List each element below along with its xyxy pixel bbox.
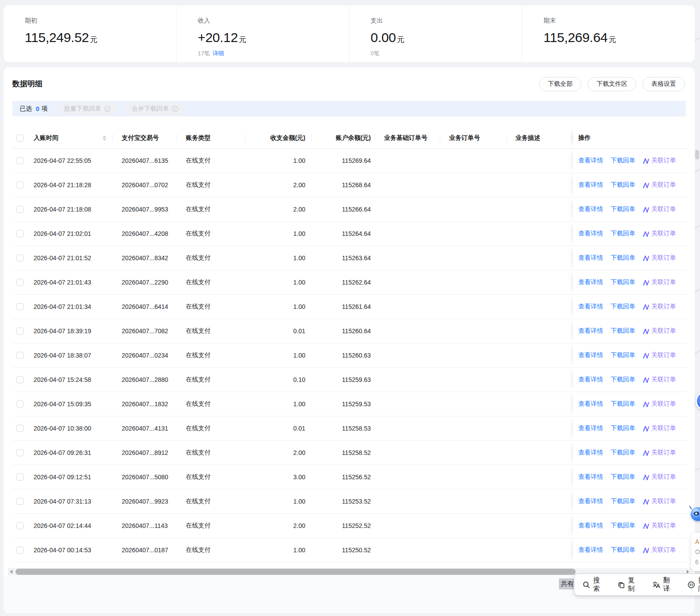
view-details-link[interactable]: 查看详情 bbox=[578, 327, 603, 335]
table-row: 2026-04-07 21:18:08 20260407...9953 在线支付… bbox=[12, 197, 688, 222]
related-order-link[interactable]: 关联订单 bbox=[643, 449, 676, 457]
view-details-link[interactable]: 查看详情 bbox=[578, 376, 603, 384]
related-order-link[interactable]: 关联订单 bbox=[643, 157, 676, 165]
popup-translate-button[interactable]: 翻译 bbox=[647, 576, 682, 593]
row-checkbox[interactable] bbox=[16, 547, 23, 554]
row-checkbox[interactable] bbox=[16, 376, 23, 383]
download-receipt-link[interactable]: 下载回单 bbox=[611, 473, 635, 481]
row-checkbox[interactable] bbox=[16, 279, 23, 286]
download-receipt-link[interactable]: 下载回单 bbox=[611, 400, 635, 408]
cell-balance: 115258.52 bbox=[312, 441, 375, 465]
table-settings-button[interactable]: 表格设置 bbox=[642, 77, 685, 91]
row-checkbox[interactable] bbox=[16, 181, 23, 189]
row-checkbox[interactable] bbox=[16, 522, 23, 529]
side-widget-panel[interactable]: A O 6 bbox=[691, 533, 700, 571]
side-widget-glyph[interactable]: 6 bbox=[695, 558, 699, 566]
merge-download-receipt-button[interactable]: 合并下载回单 bbox=[125, 102, 185, 115]
related-order-link[interactable]: 关联订单 bbox=[643, 278, 676, 286]
currency-unit: 元 bbox=[608, 35, 616, 44]
download-filezone-button[interactable]: 下载文件区 bbox=[588, 77, 636, 91]
view-details-link[interactable]: 查看详情 bbox=[578, 449, 603, 457]
download-receipt-link[interactable]: 下载回单 bbox=[611, 230, 635, 238]
copy-icon bbox=[618, 581, 625, 589]
related-order-link[interactable]: 关联订单 bbox=[643, 230, 676, 238]
download-receipt-link[interactable]: 下载回单 bbox=[611, 424, 635, 432]
download-receipt-link[interactable]: 下载回单 bbox=[611, 546, 635, 554]
view-details-link[interactable]: 查看详情 bbox=[578, 351, 603, 359]
row-checkbox[interactable] bbox=[16, 352, 23, 359]
row-checkbox[interactable] bbox=[16, 206, 23, 213]
related-order-link[interactable]: 关联订单 bbox=[643, 522, 676, 530]
row-checkbox[interactable] bbox=[16, 474, 23, 481]
download-receipt-link[interactable]: 下载回单 bbox=[611, 497, 635, 505]
edge-scrollbar-thumb[interactable] bbox=[695, 150, 699, 159]
cell-alipay-txn-no: 20260407...7082 bbox=[113, 319, 177, 343]
view-details-link[interactable]: 查看详情 bbox=[578, 546, 603, 554]
view-details-link[interactable]: 查看详情 bbox=[578, 254, 603, 262]
related-order-link[interactable]: 关联订单 bbox=[643, 181, 676, 189]
side-widget-glyph[interactable]: A bbox=[695, 538, 699, 545]
row-checkbox[interactable] bbox=[16, 498, 23, 505]
cell-alipay-txn-no: 20260407...2290 bbox=[113, 270, 177, 294]
row-checkbox[interactable] bbox=[16, 425, 23, 432]
related-order-link[interactable]: 关联订单 bbox=[643, 497, 676, 505]
view-details-link[interactable]: 查看详情 bbox=[578, 278, 603, 286]
download-receipt-link[interactable]: 下载回单 bbox=[611, 351, 635, 359]
view-details-link[interactable]: 查看详情 bbox=[578, 497, 603, 505]
popup-ask-button[interactable]: 提问 bbox=[682, 576, 700, 593]
popup-copy-button[interactable]: 复制 bbox=[612, 576, 647, 593]
download-receipt-link[interactable]: 下载回单 bbox=[611, 181, 635, 189]
side-widget-glyph[interactable]: O bbox=[695, 548, 700, 555]
view-details-link[interactable]: 查看详情 bbox=[578, 205, 603, 213]
related-order-link[interactable]: 关联订单 bbox=[643, 424, 676, 432]
related-order-link[interactable]: 关联订单 bbox=[643, 376, 676, 384]
related-order-link[interactable]: 关联订单 bbox=[643, 473, 676, 481]
view-details-link[interactable]: 查看详情 bbox=[578, 181, 603, 189]
view-details-link[interactable]: 查看详情 bbox=[578, 400, 603, 408]
related-order-link[interactable]: 关联订单 bbox=[643, 205, 676, 213]
related-order-link[interactable]: 关联订单 bbox=[643, 546, 676, 554]
row-checkbox[interactable] bbox=[16, 303, 23, 310]
download-receipt-link[interactable]: 下载回单 bbox=[611, 278, 635, 286]
select-all-checkbox[interactable] bbox=[16, 135, 23, 142]
row-checkbox[interactable] bbox=[16, 449, 23, 456]
row-checkbox[interactable] bbox=[16, 157, 23, 164]
row-checkbox[interactable] bbox=[16, 254, 23, 262]
popup-search-button[interactable]: 搜索 bbox=[577, 576, 612, 593]
related-order-link[interactable]: 关联订单 bbox=[643, 327, 676, 335]
download-all-button[interactable]: 下载全部 bbox=[539, 77, 581, 91]
floating-assistant-button[interactable] bbox=[696, 391, 700, 411]
download-receipt-link[interactable]: 下载回单 bbox=[611, 254, 635, 262]
related-order-link[interactable]: 关联订单 bbox=[643, 400, 676, 408]
robot-assistant-icon[interactable] bbox=[689, 504, 700, 522]
related-order-link[interactable]: 关联订单 bbox=[643, 254, 676, 262]
related-order-link[interactable]: 关联订单 bbox=[643, 351, 676, 359]
row-checkbox[interactable] bbox=[16, 230, 23, 237]
table-row: 2026-04-07 18:38:07 20260407...0234 在线支付… bbox=[12, 343, 688, 368]
download-receipt-link[interactable]: 下载回单 bbox=[611, 303, 635, 311]
view-details-link[interactable]: 查看详情 bbox=[578, 157, 603, 165]
batch-download-receipt-button[interactable]: 批量下载回单 bbox=[58, 102, 117, 115]
cell-alipay-txn-no: 20260407...8912 bbox=[113, 441, 177, 465]
scroll-left-icon[interactable] bbox=[8, 568, 15, 575]
info-icon bbox=[104, 106, 111, 112]
cell-amount: 1.00 bbox=[246, 489, 312, 513]
view-details-link[interactable]: 查看详情 bbox=[578, 473, 603, 481]
download-receipt-link[interactable]: 下载回单 bbox=[611, 376, 635, 384]
download-receipt-link[interactable]: 下载回单 bbox=[611, 522, 635, 530]
download-receipt-link[interactable]: 下载回单 bbox=[611, 205, 635, 213]
download-receipt-link[interactable]: 下载回单 bbox=[611, 327, 635, 335]
header-entry-time[interactable]: 入账时间 bbox=[29, 127, 113, 148]
row-checkbox[interactable] bbox=[16, 400, 23, 408]
row-checkbox[interactable] bbox=[16, 327, 23, 335]
download-receipt-link[interactable]: 下载回单 bbox=[611, 157, 635, 165]
income-detail-link[interactable]: 详细 bbox=[212, 50, 224, 57]
related-order-link[interactable]: 关联订单 bbox=[643, 303, 676, 311]
download-receipt-link[interactable]: 下载回单 bbox=[611, 449, 635, 457]
view-details-link[interactable]: 查看详情 bbox=[578, 303, 603, 311]
sort-icon[interactable] bbox=[103, 135, 106, 141]
view-details-link[interactable]: 查看详情 bbox=[578, 522, 603, 530]
view-details-link[interactable]: 查看详情 bbox=[578, 424, 603, 432]
view-details-link[interactable]: 查看详情 bbox=[578, 230, 603, 238]
scrollbar-thumb[interactable] bbox=[15, 569, 576, 575]
